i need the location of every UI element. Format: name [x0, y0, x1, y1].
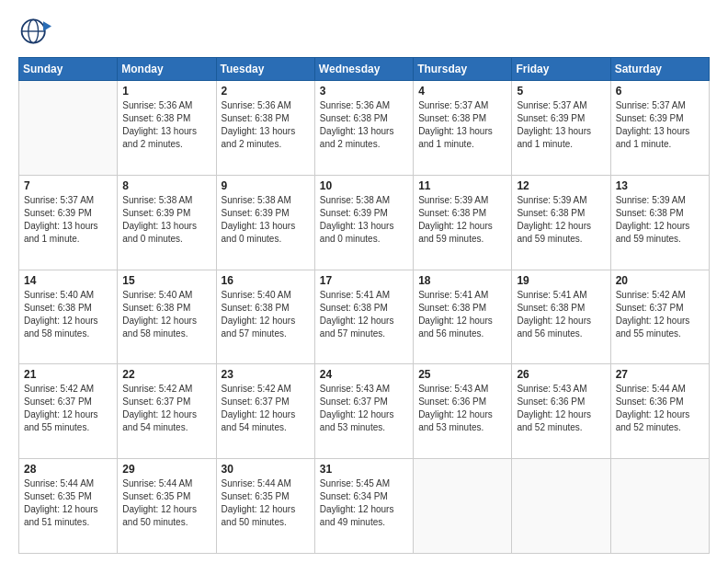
day-number: 13: [616, 179, 704, 192]
day-info: Sunrise: 5:37 AMSunset: 6:39 PMDaylight:…: [24, 194, 112, 246]
calendar-cell: 6Sunrise: 5:37 AMSunset: 6:39 PMDaylight…: [610, 81, 709, 176]
day-number: 30: [222, 463, 310, 476]
calendar-cell: 13Sunrise: 5:39 AMSunset: 6:38 PMDayligh…: [610, 175, 709, 270]
day-info: Sunrise: 5:37 AMSunset: 6:39 PMDaylight:…: [517, 99, 605, 151]
day-number: 27: [616, 368, 704, 381]
calendar-header-friday: Friday: [512, 58, 610, 81]
calendar-week-row: 21Sunrise: 5:42 AMSunset: 6:37 PMDayligh…: [19, 364, 710, 459]
calendar-cell: [512, 459, 610, 554]
day-number: 12: [517, 179, 605, 192]
calendar-cell: 19Sunrise: 5:41 AMSunset: 6:38 PMDayligh…: [512, 270, 610, 364]
calendar-cell: [19, 81, 118, 176]
logo: [18, 15, 55, 48]
calendar-cell: 22Sunrise: 5:42 AMSunset: 6:37 PMDayligh…: [118, 364, 216, 459]
calendar-cell: 10Sunrise: 5:38 AMSunset: 6:39 PMDayligh…: [314, 175, 413, 270]
calendar-cell: 27Sunrise: 5:44 AMSunset: 6:36 PMDayligh…: [610, 364, 709, 459]
day-number: 10: [320, 179, 408, 192]
day-info: Sunrise: 5:41 AMSunset: 6:38 PMDaylight:…: [418, 289, 506, 340]
day-number: 29: [122, 463, 210, 476]
day-info: Sunrise: 5:41 AMSunset: 6:38 PMDaylight:…: [517, 289, 605, 340]
day-info: Sunrise: 5:37 AMSunset: 6:39 PMDaylight:…: [616, 99, 704, 151]
calendar-cell: 16Sunrise: 5:40 AMSunset: 6:38 PMDayligh…: [216, 270, 314, 364]
calendar-cell: 7Sunrise: 5:37 AMSunset: 6:39 PMDaylight…: [19, 175, 118, 270]
calendar-header-row: SundayMondayTuesdayWednesdayThursdayFrid…: [19, 58, 710, 81]
day-number: 4: [418, 85, 506, 98]
day-info: Sunrise: 5:38 AMSunset: 6:39 PMDaylight:…: [222, 194, 310, 246]
calendar-cell: 30Sunrise: 5:44 AMSunset: 6:35 PMDayligh…: [216, 459, 314, 554]
day-number: 14: [24, 274, 112, 287]
calendar-cell: [414, 459, 512, 554]
calendar-week-row: 14Sunrise: 5:40 AMSunset: 6:38 PMDayligh…: [19, 270, 710, 364]
calendar-cell: 4Sunrise: 5:37 AMSunset: 6:38 PMDaylight…: [414, 81, 512, 176]
calendar-cell: [610, 459, 709, 554]
day-number: 19: [517, 274, 605, 287]
calendar-cell: 11Sunrise: 5:39 AMSunset: 6:38 PMDayligh…: [414, 175, 512, 270]
day-info: Sunrise: 5:40 AMSunset: 6:38 PMDaylight:…: [122, 289, 210, 340]
day-number: 11: [418, 179, 506, 192]
page: SundayMondayTuesdayWednesdayThursdayFrid…: [0, 0, 728, 563]
calendar-cell: 3Sunrise: 5:36 AMSunset: 6:38 PMDaylight…: [314, 81, 413, 176]
svg-marker-3: [43, 21, 51, 31]
day-info: Sunrise: 5:42 AMSunset: 6:37 PMDaylight:…: [222, 383, 310, 434]
calendar-cell: 25Sunrise: 5:43 AMSunset: 6:36 PMDayligh…: [414, 364, 512, 459]
day-number: 21: [24, 368, 112, 381]
calendar-header-tuesday: Tuesday: [216, 58, 314, 81]
calendar-week-row: 7Sunrise: 5:37 AMSunset: 6:39 PMDaylight…: [19, 175, 710, 270]
calendar-cell: 14Sunrise: 5:40 AMSunset: 6:38 PMDayligh…: [19, 270, 118, 364]
day-info: Sunrise: 5:44 AMSunset: 6:35 PMDaylight:…: [24, 477, 112, 529]
day-number: 20: [616, 274, 704, 287]
calendar-cell: 21Sunrise: 5:42 AMSunset: 6:37 PMDayligh…: [19, 364, 118, 459]
day-number: 26: [517, 368, 605, 381]
day-info: Sunrise: 5:36 AMSunset: 6:38 PMDaylight:…: [122, 99, 210, 151]
calendar-header-thursday: Thursday: [414, 58, 512, 81]
header: [18, 15, 710, 48]
calendar-cell: 17Sunrise: 5:41 AMSunset: 6:38 PMDayligh…: [314, 270, 413, 364]
day-number: 5: [517, 85, 605, 98]
day-number: 25: [418, 368, 506, 381]
calendar-cell: 20Sunrise: 5:42 AMSunset: 6:37 PMDayligh…: [610, 270, 709, 364]
calendar-header-saturday: Saturday: [610, 58, 709, 81]
calendar-header-wednesday: Wednesday: [314, 58, 413, 81]
day-info: Sunrise: 5:41 AMSunset: 6:38 PMDaylight:…: [320, 289, 408, 340]
day-number: 1: [122, 85, 210, 98]
calendar-cell: 24Sunrise: 5:43 AMSunset: 6:37 PMDayligh…: [314, 364, 413, 459]
calendar-week-row: 1Sunrise: 5:36 AMSunset: 6:38 PMDaylight…: [19, 81, 710, 176]
day-number: 24: [320, 368, 408, 381]
day-info: Sunrise: 5:36 AMSunset: 6:38 PMDaylight:…: [320, 99, 408, 151]
day-info: Sunrise: 5:44 AMSunset: 6:35 PMDaylight:…: [222, 477, 310, 529]
day-info: Sunrise: 5:43 AMSunset: 6:37 PMDaylight:…: [320, 383, 408, 434]
day-number: 17: [320, 274, 408, 287]
day-info: Sunrise: 5:39 AMSunset: 6:38 PMDaylight:…: [616, 194, 704, 246]
calendar-cell: 9Sunrise: 5:38 AMSunset: 6:39 PMDaylight…: [216, 175, 314, 270]
day-number: 31: [320, 463, 408, 476]
calendar-cell: 12Sunrise: 5:39 AMSunset: 6:38 PMDayligh…: [512, 175, 610, 270]
calendar-header-sunday: Sunday: [19, 58, 118, 81]
day-info: Sunrise: 5:37 AMSunset: 6:38 PMDaylight:…: [418, 99, 506, 151]
day-number: 7: [24, 179, 112, 192]
day-info: Sunrise: 5:39 AMSunset: 6:38 PMDaylight:…: [517, 194, 605, 246]
day-number: 6: [616, 85, 704, 98]
day-number: 9: [222, 179, 310, 192]
calendar-cell: 26Sunrise: 5:43 AMSunset: 6:36 PMDayligh…: [512, 364, 610, 459]
calendar-week-row: 28Sunrise: 5:44 AMSunset: 6:35 PMDayligh…: [19, 459, 710, 554]
day-number: 22: [122, 368, 210, 381]
day-info: Sunrise: 5:45 AMSunset: 6:34 PMDaylight:…: [320, 477, 408, 529]
day-info: Sunrise: 5:44 AMSunset: 6:36 PMDaylight:…: [616, 383, 704, 434]
calendar-cell: 15Sunrise: 5:40 AMSunset: 6:38 PMDayligh…: [118, 270, 216, 364]
calendar-cell: 1Sunrise: 5:36 AMSunset: 6:38 PMDaylight…: [118, 81, 216, 176]
calendar-header-monday: Monday: [118, 58, 216, 81]
day-number: 2: [222, 85, 310, 98]
day-number: 18: [418, 274, 506, 287]
calendar-cell: 31Sunrise: 5:45 AMSunset: 6:34 PMDayligh…: [314, 459, 413, 554]
calendar-cell: 29Sunrise: 5:44 AMSunset: 6:35 PMDayligh…: [118, 459, 216, 554]
day-info: Sunrise: 5:38 AMSunset: 6:39 PMDaylight:…: [122, 194, 210, 246]
day-info: Sunrise: 5:44 AMSunset: 6:35 PMDaylight:…: [122, 477, 210, 529]
logo-icon: [18, 15, 51, 48]
calendar-cell: 23Sunrise: 5:42 AMSunset: 6:37 PMDayligh…: [216, 364, 314, 459]
calendar-cell: 18Sunrise: 5:41 AMSunset: 6:38 PMDayligh…: [414, 270, 512, 364]
day-info: Sunrise: 5:42 AMSunset: 6:37 PMDaylight:…: [24, 383, 112, 434]
day-number: 3: [320, 85, 408, 98]
day-info: Sunrise: 5:39 AMSunset: 6:38 PMDaylight:…: [418, 194, 506, 246]
day-number: 28: [24, 463, 112, 476]
calendar-cell: 5Sunrise: 5:37 AMSunset: 6:39 PMDaylight…: [512, 81, 610, 176]
